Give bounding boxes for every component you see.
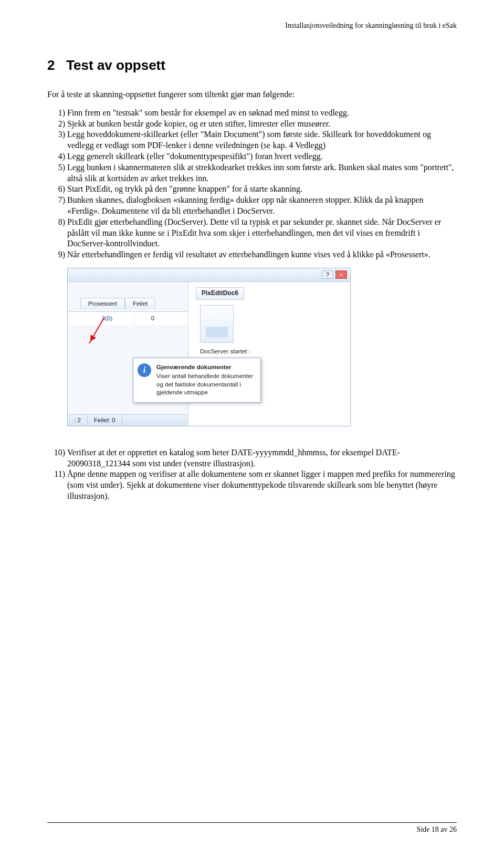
numbered-list-continued: 10)Verifiser at det er opprettet en kata…	[47, 447, 457, 502]
list-item: 10)Verifiser at det er opprettet en kata…	[67, 447, 457, 469]
tab-processed[interactable]: Prosessert	[80, 298, 125, 309]
list-item: 3)Legg hoveddokument-skillearket (eller …	[67, 129, 457, 151]
list-item: 5)Legg bunken i skannermateren slik at s…	[67, 162, 457, 184]
close-button[interactable]: ×	[335, 270, 347, 279]
document-page: Installasjonsveiledning for skanningløsn…	[0, 0, 504, 847]
tooltip: i Gjenværende dokumenter Viser antall be…	[133, 358, 261, 403]
document-icon	[200, 305, 234, 343]
status-right: Feilet: 0	[88, 415, 122, 426]
tooltip-body: Viser antall behandlede dokumenter og de…	[156, 372, 255, 397]
right-pane: PixEditDoc6 DocServer startet : 06.10.20…	[188, 282, 350, 426]
info-icon: i	[138, 363, 151, 377]
list-item: 9)Når etterbehandlingen er ferdig vil re…	[67, 249, 457, 260]
status-bar: : 2 Feilet: 0	[68, 414, 188, 426]
numbered-list: 1)Finn frem en "testsak" som består for …	[47, 108, 457, 260]
window-body: Prosessert Feilet 3(0) 0 : 2 Feilet: 0 P…	[68, 282, 350, 426]
list-item: 7)Bunken skannes, dialogboksen «skanning…	[67, 195, 457, 217]
processed-count[interactable]: 3(0)	[80, 312, 134, 325]
running-header: Installasjonsveiledning for skanningløsn…	[47, 21, 457, 30]
list-item: 2)Sjekk at bunken består gode kopier, og…	[67, 119, 457, 130]
list-item: 6)Start PixEdit, og trykk på den "grønne…	[67, 184, 457, 195]
embedded-screenshot: ? × Prosessert Feilet 3(0) 0 : 2	[67, 268, 457, 426]
section-title-text: Test av oppsett	[66, 57, 165, 73]
tooltip-title: Gjenværende dokumenter	[156, 363, 255, 372]
section-heading: 2 Test av oppsett	[47, 57, 457, 75]
status-left: : 2	[68, 415, 88, 426]
list-item: 4)Legg generelt skilleark (eller "dokume…	[67, 151, 457, 162]
help-button[interactable]: ?	[322, 270, 333, 279]
tab-failed[interactable]: Feilet	[125, 298, 155, 309]
page-footer: Side 18 av 26	[47, 822, 457, 834]
intro-paragraph: For å teste at skanning-oppsettet funger…	[47, 89, 457, 100]
list-item: 1)Finn frem en "testsak" som består for …	[67, 108, 457, 119]
section-number: 2	[47, 57, 55, 73]
window-titlebar: ? ×	[68, 268, 350, 282]
failed-count: 0	[134, 312, 171, 325]
docserver-window: ? × Prosessert Feilet 3(0) 0 : 2	[67, 268, 351, 426]
page-number: Side 18 av 26	[416, 825, 457, 833]
list-item: 8)PixEdit gjør etterbehandling (DocServe…	[67, 217, 457, 249]
left-pane: Prosessert Feilet 3(0) 0 : 2 Feilet: 0	[68, 282, 188, 426]
list-item: 11)Åpne denne mappen og verifiser at all…	[67, 469, 457, 501]
right-pane-title: PixEditDoc6	[196, 287, 244, 300]
